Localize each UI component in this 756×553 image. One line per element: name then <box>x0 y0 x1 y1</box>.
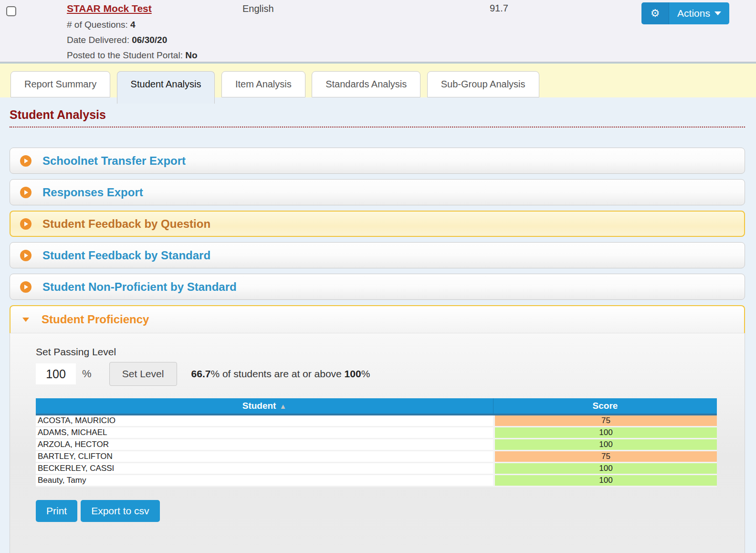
score-column-header[interactable]: Score <box>493 398 717 415</box>
portal-posted: Posted to the Student Portal: No <box>67 50 198 60</box>
portal-value: No <box>185 50 197 60</box>
print-button[interactable]: Print <box>36 500 77 522</box>
test-average-score: 91.7 <box>490 3 508 14</box>
expand-arrow-icon <box>20 218 32 230</box>
actions-button-group: ⚙ Actions <box>641 2 729 24</box>
summary-suffix: % <box>361 368 370 379</box>
student-score: 100 <box>493 475 717 487</box>
select-test-checkbox[interactable] <box>6 6 16 16</box>
score-header-label: Score <box>593 401 618 411</box>
accordion-responses-export[interactable]: Responses Export <box>10 179 745 205</box>
table-row: Beauty, Tamy 100 <box>36 475 717 487</box>
set-passing-level-label: Set Passing Level <box>36 346 745 358</box>
table-row: ARZOLA, HECTOR 100 <box>36 439 717 451</box>
passing-level-controls: % Set Level 66.7% of students are at or … <box>36 362 745 386</box>
gear-icon: ⚙ <box>651 7 660 20</box>
student-column-header[interactable]: Student▲ <box>36 398 493 415</box>
accordion-label: Schoolnet Transfer Export <box>42 154 186 168</box>
test-info: STAAR Mock Test # of Questions: 4 Date D… <box>67 3 198 60</box>
accordion-label: Student Feedback by Standard <box>42 249 210 262</box>
settings-button[interactable]: ⚙ <box>641 2 669 24</box>
student-name: BECKERLEY, CASSI <box>36 463 493 475</box>
test-header: STAAR Mock Test # of Questions: 4 Date D… <box>0 0 756 63</box>
student-name: ACOSTA, MAURICIO <box>36 415 493 427</box>
passing-level-input[interactable] <box>36 363 76 384</box>
student-score: 100 <box>493 463 717 475</box>
date-label: Date Delivered: <box>67 35 129 45</box>
accordion-label: Responses Export <box>42 186 143 199</box>
summary-percent-students: 66.7 <box>191 368 211 379</box>
sort-ascending-icon: ▲ <box>279 402 286 410</box>
student-score: 100 <box>493 439 717 451</box>
tab-item-analysis[interactable]: Item Analysis <box>221 71 305 97</box>
accordion-schoolnet-transfer-export[interactable]: Schoolnet Transfer Export <box>10 148 745 174</box>
student-name: BARTLEY, CLIFTON <box>36 451 493 463</box>
accordion-label: Student Non-Proficient by Standard <box>42 280 237 294</box>
student-score: 75 <box>493 415 717 427</box>
expand-arrow-icon <box>20 187 32 198</box>
expand-arrow-icon <box>20 155 32 167</box>
expand-arrow-icon <box>20 281 32 293</box>
student-name: Beauty, Tamy <box>36 475 493 487</box>
date-delivered: Date Delivered: 06/30/20 <box>67 35 198 45</box>
report-tab-bar: Report Summary Student Analysis Item Ana… <box>0 63 756 97</box>
export-to-csv-button[interactable]: Export to csv <box>81 500 159 522</box>
actions-button[interactable]: Actions <box>669 2 729 24</box>
tab-report-summary[interactable]: Report Summary <box>10 71 110 97</box>
accordion-student-non-proficient-by-standard[interactable]: Student Non-Proficient by Standard <box>10 274 745 300</box>
questions-value: 4 <box>130 20 136 30</box>
tab-sub-group-analysis[interactable]: Sub-Group Analysis <box>427 71 539 97</box>
student-name: ADAMS, MICHAEL <box>36 427 493 439</box>
summary-middle-text: % of students are at or above <box>210 368 344 379</box>
caret-down-icon <box>714 11 721 15</box>
portal-label: Posted to the Student Portal: <box>67 50 183 60</box>
accordion-student-feedback-by-question[interactable]: Student Feedback by Question <box>10 211 745 237</box>
percent-sign: % <box>82 368 92 380</box>
date-value: 06/30/20 <box>132 35 167 45</box>
student-name: ARZOLA, HECTOR <box>36 439 493 451</box>
table-row: BARTLEY, CLIFTON 75 <box>36 451 717 463</box>
collapse-caret-icon <box>22 318 29 322</box>
page-title: Student Analysis <box>10 108 745 128</box>
proficiency-summary: 66.7% of students are at or above 100% <box>191 368 370 380</box>
table-row: ADAMS, MICHAEL 100 <box>36 427 717 439</box>
student-proficiency-body: Set Passing Level % Set Level 66.7% of s… <box>10 333 745 553</box>
accordion-label: Student Feedback by Question <box>42 217 210 231</box>
questions-label: # of Questions: <box>67 20 128 30</box>
student-score: 100 <box>493 427 717 439</box>
accordion-label: Student Proficiency <box>42 313 149 326</box>
student-analysis-panel: Student Analysis Schoolnet Transfer Expo… <box>0 97 756 553</box>
table-actions: Print Export to csv <box>36 500 745 522</box>
test-language: English <box>242 3 274 14</box>
actions-label: Actions <box>677 8 710 19</box>
set-level-button[interactable]: Set Level <box>109 362 177 386</box>
tab-standards-analysis[interactable]: Standards Analysis <box>312 71 420 97</box>
questions-count: # of Questions: 4 <box>67 20 198 30</box>
accordion-student-feedback-by-standard[interactable]: Student Feedback by Standard <box>10 242 745 268</box>
student-score: 75 <box>493 451 717 463</box>
student-header-label: Student <box>242 401 276 411</box>
table-header-row: Student▲ Score <box>36 398 717 415</box>
expand-arrow-icon <box>20 250 32 261</box>
accordion-student-proficiency[interactable]: Student Proficiency <box>10 305 745 333</box>
table-row: ACOSTA, MAURICIO 75 <box>36 415 717 427</box>
summary-level-value: 100 <box>345 368 361 379</box>
test-name-link[interactable]: STAAR Mock Test <box>67 3 152 14</box>
table-row: BECKERLEY, CASSI 100 <box>36 463 717 475</box>
tab-student-analysis[interactable]: Student Analysis <box>117 71 215 104</box>
student-proficiency-table: Student▲ Score ACOSTA, MAURICIO 75 ADAMS… <box>36 398 717 487</box>
